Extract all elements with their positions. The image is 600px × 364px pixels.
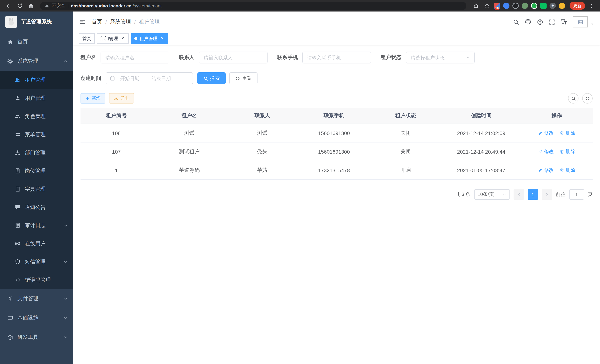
edit-link[interactable]: 修改: [538, 130, 554, 136]
sidebar-item-role-mgmt[interactable]: 角色管理: [0, 107, 73, 125]
goto-page-input[interactable]: [569, 189, 584, 200]
share-icon[interactable]: [471, 1, 480, 10]
page-size-select[interactable]: 10条/页: [474, 189, 510, 200]
export-button[interactable]: 导出: [109, 93, 134, 103]
tenant-name-input-field[interactable]: [105, 54, 165, 61]
cell-status: 关闭: [370, 124, 441, 142]
date-end-input[interactable]: [149, 75, 174, 82]
page-number-button[interactable]: 1: [528, 189, 538, 200]
browser-menu-kebab-icon[interactable]: [587, 1, 596, 10]
caret-down-icon[interactable]: [590, 22, 594, 26]
extension-icon-6[interactable]: [540, 3, 547, 9]
search-button[interactable]: 搜索: [197, 72, 225, 84]
avatar[interactable]: [573, 16, 588, 28]
close-icon[interactable]: ×: [120, 36, 125, 41]
sidebar-item-system[interactable]: 系统管理: [0, 52, 73, 71]
font-size-icon[interactable]: [561, 19, 567, 25]
cell-phone: 15601691300: [298, 124, 370, 142]
tab-label: 租户管理: [140, 36, 157, 42]
cell-created: 2021-12-14 21:02:09: [441, 124, 521, 142]
sidebar-item-post-mgmt[interactable]: 岗位管理: [0, 162, 73, 180]
book-icon: [15, 186, 21, 192]
phone-input[interactable]: [302, 52, 371, 64]
add-button[interactable]: 新增: [81, 93, 105, 103]
search-icon[interactable]: [513, 19, 519, 25]
sidebar-item-dept-mgmt[interactable]: 部门管理: [0, 144, 73, 162]
sidebar-item-notice[interactable]: 通知公告: [0, 198, 73, 216]
signal-icon: [15, 241, 21, 246]
delete-link[interactable]: 删除: [560, 167, 575, 173]
sidebar-item-audit-log[interactable]: 审计日志: [0, 216, 73, 234]
date-start-input[interactable]: [117, 75, 142, 82]
home-icon[interactable]: [26, 1, 36, 10]
sidebar-item-online-users[interactable]: 在线用户: [0, 234, 73, 253]
sidebar-item-tenant-mgmt[interactable]: 租户管理: [0, 71, 73, 89]
edit-link[interactable]: 修改: [538, 167, 554, 173]
next-page-button[interactable]: [542, 189, 552, 200]
bookmark-star-icon[interactable]: [482, 1, 492, 10]
logo[interactable]: 芋道管理系统: [0, 11, 73, 32]
warning-icon: [45, 3, 49, 8]
chevron-down-icon: [64, 297, 68, 301]
url-divider: [68, 3, 68, 8]
sidebar-item-menu-mgmt[interactable]: 菜单管理: [0, 125, 73, 144]
sidebar-item-sms-mgmt[interactable]: 短信管理: [0, 253, 73, 271]
delete-link[interactable]: 删除: [560, 148, 575, 155]
tab-tenant-mgmt[interactable]: 租户管理 ×: [131, 33, 168, 44]
extension-icon-7[interactable]: +: [550, 3, 556, 9]
cell-tenant-id: 107: [81, 142, 152, 161]
cell-phone: 15601691300: [298, 142, 370, 161]
sidebar-item-payment[interactable]: 支付管理: [0, 289, 73, 308]
edit-link[interactable]: 修改: [538, 148, 554, 155]
phone-input-field[interactable]: [307, 54, 367, 61]
code-icon: [15, 277, 21, 283]
calendar-icon: [110, 76, 115, 81]
extension-icon-3[interactable]: [512, 3, 519, 9]
contact-input[interactable]: [199, 52, 268, 64]
help-question-icon[interactable]: [537, 19, 543, 25]
extension-icon-5[interactable]: [531, 3, 537, 9]
org-tree-icon: [15, 150, 21, 156]
show-search-toggle-button[interactable]: [568, 93, 579, 103]
prev-page-button[interactable]: [514, 189, 524, 200]
table-tools: [568, 93, 593, 103]
contact-input-field[interactable]: [203, 54, 263, 61]
url-bar[interactable]: 不安全 dashboard.yudao.iocoder.cn /system/t…: [40, 2, 466, 10]
sidebar-item-user-mgmt[interactable]: 用户管理: [0, 89, 73, 107]
sidebar-item-home[interactable]: 首页: [0, 32, 73, 52]
delete-link[interactable]: 删除: [560, 130, 575, 136]
refresh-button[interactable]: [582, 93, 593, 103]
breadcrumb-system[interactable]: 系统管理: [110, 19, 131, 25]
app-title: 芋道管理系统: [21, 19, 52, 25]
tab-dept-mgmt[interactable]: 部门管理 ×: [97, 33, 129, 44]
chevron-down-icon: [64, 260, 68, 264]
update-button[interactable]: 更新: [570, 2, 585, 10]
extension-icon-4[interactable]: [522, 3, 528, 9]
close-icon[interactable]: ×: [159, 36, 165, 41]
extension-icon-2[interactable]: [503, 3, 509, 9]
tenant-name-input[interactable]: [101, 52, 169, 64]
back-icon[interactable]: [4, 1, 13, 10]
fullscreen-icon[interactable]: [549, 19, 555, 25]
date-range-picker[interactable]: -: [106, 72, 193, 84]
reload-icon[interactable]: [15, 1, 25, 10]
sidebar-item-infrastructure[interactable]: 基础设施: [0, 308, 73, 328]
breadcrumb-home[interactable]: 首页: [92, 19, 102, 25]
status-select-field[interactable]: [410, 54, 465, 61]
status-select[interactable]: [406, 52, 475, 64]
breadcrumb-separator: /: [134, 19, 136, 25]
sidebar-item-dict-mgmt[interactable]: 字典管理: [0, 180, 73, 198]
reset-button[interactable]: 重置: [229, 72, 258, 84]
tab-home[interactable]: 首页: [79, 33, 95, 44]
github-icon[interactable]: [525, 19, 531, 25]
sidebar-item-errorcode-mgmt[interactable]: 错误码管理: [0, 271, 73, 289]
sidebar-item-devtools[interactable]: 研发工具: [0, 328, 73, 347]
extension-icon-8[interactable]: [559, 3, 565, 9]
breadcrumb-current: 租户管理: [139, 19, 160, 25]
sidebar-toggle-icon[interactable]: [79, 19, 86, 25]
extension-icon-1[interactable]: 10: [494, 3, 500, 9]
date-separator: -: [145, 75, 146, 81]
table-header-row: 租户编号 租户名 联系人 联系手机 租户状态 创建时间 操作: [81, 108, 593, 124]
breadcrumb-separator: /: [105, 19, 107, 25]
pagination: 共 3 条 10条/页 1 前往 页: [81, 189, 593, 211]
